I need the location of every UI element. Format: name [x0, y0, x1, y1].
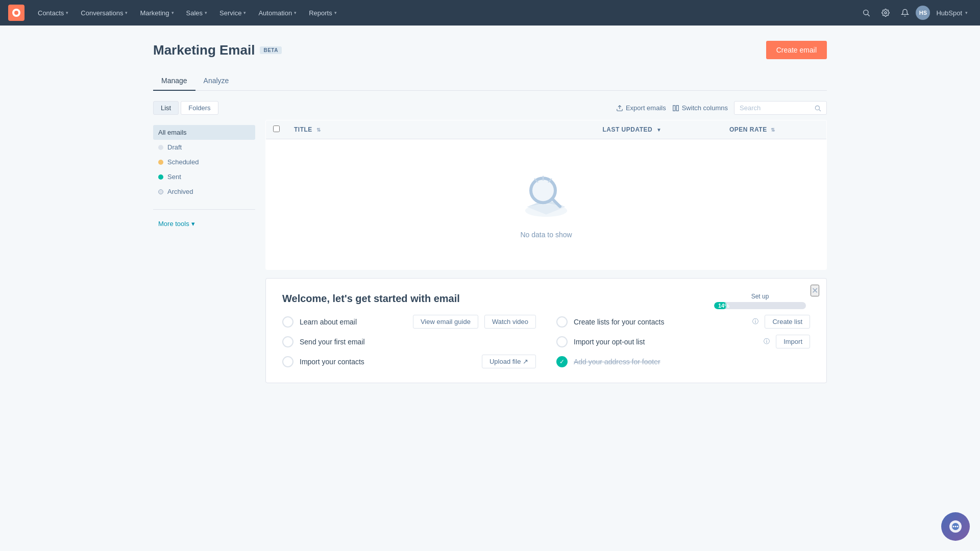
user-avatar[interactable]: HS	[916, 6, 930, 20]
last-updated-sort-icon: ▼	[656, 127, 662, 133]
upload-file-button[interactable]: Upload file ↗	[482, 355, 536, 368]
col-check	[266, 120, 287, 139]
chevron-down-icon: ▾	[205, 10, 207, 15]
page-title: Marketing Email	[153, 42, 255, 58]
tab-analyze[interactable]: Analyze	[195, 71, 237, 91]
select-all-checkbox[interactable]	[273, 126, 280, 132]
chevron-down-icon: ▾	[66, 10, 68, 15]
account-menu[interactable]: HubSpot ▾	[932, 7, 972, 19]
search-input[interactable]	[740, 104, 811, 112]
info-icon-opt-out[interactable]: ⓘ	[764, 337, 770, 346]
nav-icons-group: HS HubSpot ▾	[857, 4, 972, 21]
task-label-send-first: Send your first email	[300, 338, 536, 346]
search-icon-button[interactable]	[857, 4, 875, 21]
col-last-updated-header[interactable]: LAST UPDATED ▼	[595, 120, 722, 139]
page-header: Marketing Email BETA Create email	[153, 41, 827, 59]
main-area: List Folders All emails Draft Scheduled …	[153, 101, 827, 383]
task-label-import-contacts: Import your contacts	[300, 358, 476, 366]
welcome-close-button[interactable]: ✕	[811, 285, 819, 296]
welcome-card: ✕ Welcome, let's get started with email …	[265, 278, 827, 383]
archived-dot	[158, 189, 163, 194]
view-toggle: List Folders	[153, 101, 255, 115]
tab-manage[interactable]: Manage	[153, 71, 195, 91]
view-list-button[interactable]: List	[153, 101, 179, 115]
svg-point-1	[14, 11, 18, 15]
svg-line-9	[819, 109, 821, 111]
title-sort-icon: ⇅	[316, 127, 321, 133]
task-check-create-lists	[556, 316, 568, 328]
import-button[interactable]: Import	[776, 335, 810, 348]
create-email-button[interactable]: Create email	[766, 41, 827, 59]
tasks-grid: Learn about email View email guide Watch…	[282, 315, 810, 368]
sidebar-item-all-emails[interactable]: All emails	[153, 125, 255, 140]
view-email-guide-button[interactable]: View email guide	[413, 315, 478, 329]
sidebar-item-draft[interactable]: Draft	[153, 140, 255, 155]
task-label-learn: Learn about email	[300, 318, 407, 326]
chevron-down-icon: ▾	[965, 10, 968, 15]
task-check-learn	[282, 316, 293, 328]
svg-line-3	[868, 14, 870, 16]
empty-state: No data to show	[266, 139, 826, 269]
view-folders-button[interactable]: Folders	[181, 101, 218, 115]
setup-percent: 14%	[718, 303, 729, 309]
svg-point-2	[864, 10, 868, 15]
task-label-add-address: Add your address for footer	[574, 358, 810, 366]
col-title-header[interactable]: TITLE ⇅	[287, 120, 595, 139]
nav-conversations[interactable]: Conversations ▾	[76, 6, 133, 20]
svg-rect-6	[673, 105, 675, 111]
sent-dot	[158, 174, 163, 180]
sidebar-item-archived[interactable]: Archived	[153, 184, 255, 199]
nav-marketing[interactable]: Marketing ▾	[135, 6, 179, 20]
scheduled-dot	[158, 160, 163, 165]
nav-automation[interactable]: Automation ▾	[253, 6, 302, 20]
svg-point-8	[815, 106, 819, 110]
settings-icon-button[interactable]	[877, 4, 894, 21]
open-rate-sort-icon: ⇅	[771, 127, 775, 133]
sidebar-item-sent[interactable]: Sent	[153, 169, 255, 184]
chevron-down-icon: ▾	[294, 10, 297, 15]
svg-point-4	[885, 12, 887, 14]
beta-badge: BETA	[260, 46, 281, 54]
page-content: Marketing Email BETA Create email Manage…	[133, 26, 847, 398]
nav-service[interactable]: Service ▾	[214, 6, 251, 20]
export-emails-button[interactable]: Export emails	[616, 104, 666, 112]
nav-contacts[interactable]: Contacts ▾	[33, 6, 74, 20]
task-check-send-first	[282, 336, 293, 347]
setup-progress: Set up 14%	[714, 293, 806, 309]
svg-rect-7	[676, 105, 678, 111]
nav-reports[interactable]: Reports ▾	[304, 6, 342, 20]
task-learn-email: Learn about email View email guide Watch…	[282, 315, 536, 329]
task-send-first-email: Send your first email	[282, 335, 536, 348]
export-icon	[616, 105, 623, 112]
col-open-rate-header[interactable]: OPEN RATE ⇅	[722, 120, 826, 139]
notifications-icon-button[interactable]	[896, 4, 914, 21]
chevron-down-icon: ▾	[172, 10, 174, 15]
create-list-button[interactable]: Create list	[765, 315, 810, 329]
task-check-add-address: ✓	[556, 356, 568, 367]
hubspot-logo[interactable]	[8, 5, 24, 21]
chevron-down-icon: ▾	[125, 10, 128, 15]
empty-state-icon	[276, 170, 816, 222]
search-box	[734, 101, 827, 115]
search-icon	[814, 105, 821, 112]
task-import-contacts: Import your contacts Upload file ↗	[282, 355, 536, 368]
watch-video-button[interactable]: Watch video	[484, 315, 536, 329]
switch-columns-button[interactable]: Switch columns	[672, 104, 728, 112]
chevron-down-icon: ▾	[191, 220, 195, 228]
table-toolbar: Export emails Switch columns	[265, 101, 827, 115]
task-create-lists: Create lists for your contacts ⓘ Create …	[556, 315, 810, 329]
sidebar-item-scheduled[interactable]: Scheduled	[153, 155, 255, 169]
task-import-opt-out: Import your opt-out list ⓘ Import	[556, 335, 810, 348]
email-table: TITLE ⇅ LAST UPDATED ▼ OPEN RATE ⇅	[265, 120, 827, 270]
nav-sales[interactable]: Sales ▾	[181, 6, 213, 20]
page-title-area: Marketing Email BETA	[153, 42, 282, 58]
info-icon-create-lists[interactable]: ⓘ	[752, 317, 758, 326]
sidebar: List Folders All emails Draft Scheduled …	[153, 101, 265, 383]
task-label-opt-out: Import your opt-out list	[574, 338, 755, 346]
top-navigation: Contacts ▾ Conversations ▾ Marketing ▾ S…	[0, 0, 980, 26]
tabs-bar: Manage Analyze	[153, 71, 827, 91]
task-label-create-lists: Create lists for your contacts	[574, 318, 744, 326]
sidebar-divider	[153, 209, 255, 210]
task-check-import-contacts	[282, 356, 293, 367]
more-tools-button[interactable]: More tools ▾	[153, 218, 255, 230]
